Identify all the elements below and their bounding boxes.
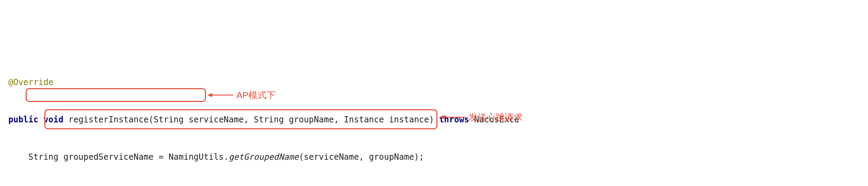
annotation-label-heartbeat: 发送心跳请求 <box>469 111 523 124</box>
highlight-box-if-condition <box>26 88 206 102</box>
override-annotation: @Override <box>8 77 53 87</box>
line3-rest: (serviceName, groupName); <box>299 152 424 162</box>
keyword-throws: throws <box>439 115 469 124</box>
annotation-label-ap-mode: AP模式下 <box>236 89 276 102</box>
static-method-call: getGroupedName <box>229 152 299 162</box>
keyword-public: public <box>8 115 38 124</box>
code-line-2: public void registerInstance(String serv… <box>0 113 868 126</box>
code-line-1: @Override <box>0 76 868 89</box>
code-line-3: String groupedServiceName = NamingUtils.… <box>0 151 868 163</box>
svg-marker-1 <box>207 93 212 97</box>
code-block: @Override public void registerInstance(S… <box>0 50 868 186</box>
line3-prefix: String groupedServiceName = NamingUtils. <box>8 152 229 162</box>
keyword-void: void <box>43 115 63 124</box>
arrow-1 <box>207 91 235 100</box>
method-signature: registerInstance(String serviceName, Str… <box>63 115 439 124</box>
